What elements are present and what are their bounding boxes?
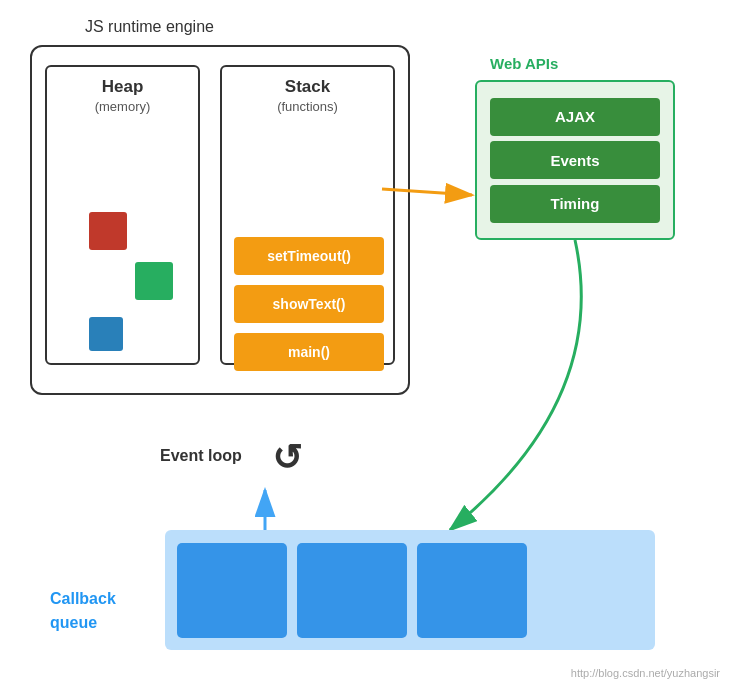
queue-item-2 (297, 543, 407, 638)
webapi-events: Events (490, 141, 660, 179)
heap-square-red (89, 212, 127, 250)
callback-label-queue: queue (50, 614, 97, 632)
heap-square-green (135, 262, 173, 300)
queue-item-3 (417, 543, 527, 638)
webapi-ajax: AJAX (490, 98, 660, 136)
event-loop-label: Event loop (160, 447, 242, 465)
webapi-timing: Timing (490, 185, 660, 223)
js-runtime-label: JS runtime engine (85, 18, 214, 36)
stack-item-showtext: showText() (234, 285, 384, 323)
heap-box: Heap (memory) (45, 65, 200, 365)
queue-item-1 (177, 543, 287, 638)
webapis-box: AJAX Events Timing (475, 80, 675, 240)
stack-subtitle: (functions) (222, 99, 393, 114)
callback-label: Callback (50, 590, 116, 608)
arrow-timing-to-callback (450, 240, 581, 530)
webapis-label: Web APIs (490, 55, 558, 72)
heap-subtitle: (memory) (47, 99, 198, 114)
heap-square-blue (89, 317, 123, 351)
heap-title: Heap (47, 67, 198, 97)
stack-box: Stack (functions) setTimeout() showText(… (220, 65, 395, 365)
diagram-container: JS runtime engine Heap (memory) Stack (f… (0, 0, 734, 689)
stack-item-settimeout: setTimeout() (234, 237, 384, 275)
stack-title: Stack (222, 67, 393, 97)
watermark: http://blog.csdn.net/yuzhangsir (571, 667, 720, 679)
event-loop-icon: ↺ (272, 437, 302, 479)
stack-item-main: main() (234, 333, 384, 371)
callback-queue-box (165, 530, 655, 650)
